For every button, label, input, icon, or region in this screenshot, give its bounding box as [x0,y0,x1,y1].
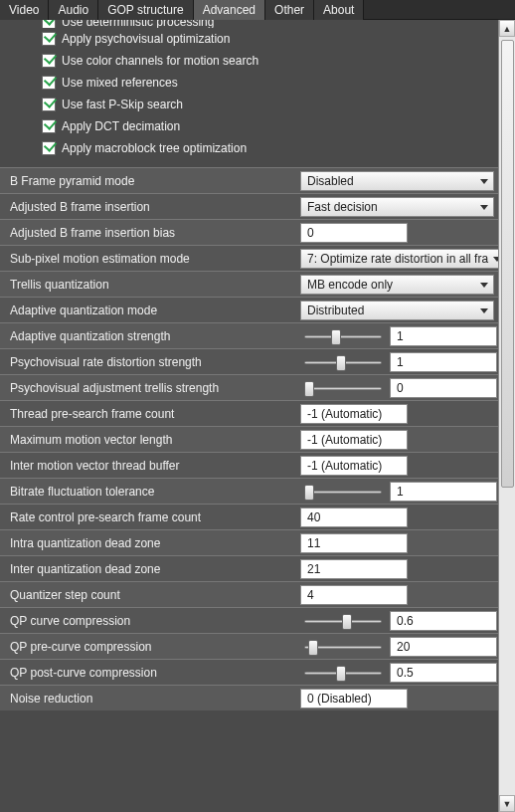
label-interdz: Inter quantization dead zone [10,562,296,576]
input-psytrel[interactable]: 0 [390,378,497,398]
dropdown-bpyramid[interactable]: Disabled [300,171,494,191]
input-fluct[interactable]: 1 [390,482,497,502]
dropdown-subpix[interactable]: 7: Optimize rate distortion in all fra [300,249,498,269]
checkbox-deterministic[interactable] [42,20,56,28]
input-interdz[interactable]: 21 [300,559,408,579]
label-psyrate: Psychovisual rate distortion strength [10,355,296,369]
input-maxmv[interactable]: -1 (Automatic) [300,430,408,450]
tab-bar: Video Audio GOP structure Advanced Other… [0,0,515,20]
dropdown-trellis[interactable]: MB encode only [300,275,494,295]
input-qppre[interactable]: 20 [390,637,497,657]
tab-gop-structure[interactable]: GOP structure [98,0,193,20]
input-psyrate[interactable]: 1 [390,352,497,372]
input-intradz[interactable]: 11 [300,533,408,553]
input-aqstr[interactable]: 1 [390,326,497,346]
label-bpyramid: B Frame pyramid mode [10,174,296,188]
checkbox-mixedref[interactable] [42,76,56,90]
checkbox-pskip[interactable] [42,98,56,111]
label-qstep: Quantizer step count [10,588,296,602]
label-aqstr: Adaptive quantization strength [10,329,296,343]
tab-about[interactable]: About [314,0,364,20]
slider-aqstr[interactable] [300,326,386,346]
label-qpcurve: QP curve compression [10,614,296,628]
checkbox-dct[interactable] [42,119,56,133]
slider-qpcurve[interactable] [300,611,386,631]
tab-advanced[interactable]: Advanced [194,0,265,20]
slider-fluct[interactable] [300,482,386,502]
checkbox-colorchan[interactable] [42,54,56,68]
scroll-up-button[interactable]: ▲ [499,20,515,37]
label-deterministic: Use deterministic processing [62,20,214,28]
checkbox-mbtree[interactable] [42,141,56,155]
label-intradz: Intra quantization dead zone [10,536,296,550]
input-noise[interactable]: 0 (Disabled) [300,689,408,709]
scroll-thumb[interactable] [501,40,514,488]
dropdown-adjb[interactable]: Fast decision [300,197,494,217]
label-pskip: Use fast P-Skip search [62,98,183,111]
label-subpix: Sub-pixel motion estimation mode [10,252,296,266]
input-qstep[interactable]: 4 [300,585,408,605]
label-psyopt: Apply psychovisual optimization [62,32,230,46]
label-maxmv: Maximum motion vector length [10,433,296,447]
input-qppost[interactable]: 0.5 [390,663,497,683]
label-qppost: QP post-curve compression [10,666,296,680]
label-adjb: Adjusted B frame insertion [10,200,296,214]
slider-psytrel[interactable] [300,378,386,398]
label-mixedref: Use mixed references [62,76,178,90]
label-aqmode: Adaptive quantization mode [10,304,296,317]
input-intermvbuf[interactable]: -1 (Automatic) [300,456,408,476]
slider-psyrate[interactable] [300,352,386,372]
tab-other[interactable]: Other [265,0,314,20]
label-mbtree: Apply macroblock tree optimization [62,141,247,155]
input-threadpre[interactable]: -1 (Automatic) [300,404,408,424]
label-intermvbuf: Inter motion vector thread buffer [10,459,296,473]
label-psytrel: Psychovisual adjustment trellis strength [10,381,296,395]
label-rcpre: Rate control pre-search frame count [10,510,296,524]
label-dct: Apply DCT decimation [62,119,180,133]
scroll-down-button[interactable]: ▼ [499,795,515,812]
slider-qppost[interactable] [300,663,386,683]
label-adjbbias: Adjusted B frame insertion bias [10,226,296,240]
label-trellis: Trellis quantization [10,278,296,292]
input-qpcurve[interactable]: 0.6 [390,611,497,631]
checkbox-psyopt[interactable] [42,32,56,46]
label-colorchan: Use color channels for motion search [62,54,258,68]
tab-audio[interactable]: Audio [49,0,98,20]
slider-qppre[interactable] [300,637,386,657]
label-qppre: QP pre-curve compression [10,640,296,654]
label-noise: Noise reduction [10,692,296,706]
input-rcpre[interactable]: 40 [300,508,408,527]
label-fluct: Bitrate fluctuation tolerance [10,485,296,499]
label-threadpre: Thread pre-search frame count [10,407,296,421]
vertical-scrollbar[interactable]: ▲ ▼ [498,20,515,812]
dropdown-aqmode[interactable]: Distributed [300,301,494,320]
input-adjbbias[interactable]: 0 [300,223,408,243]
tab-video[interactable]: Video [0,0,49,20]
advanced-panel: Use deterministic processing Apply psych… [0,20,498,812]
